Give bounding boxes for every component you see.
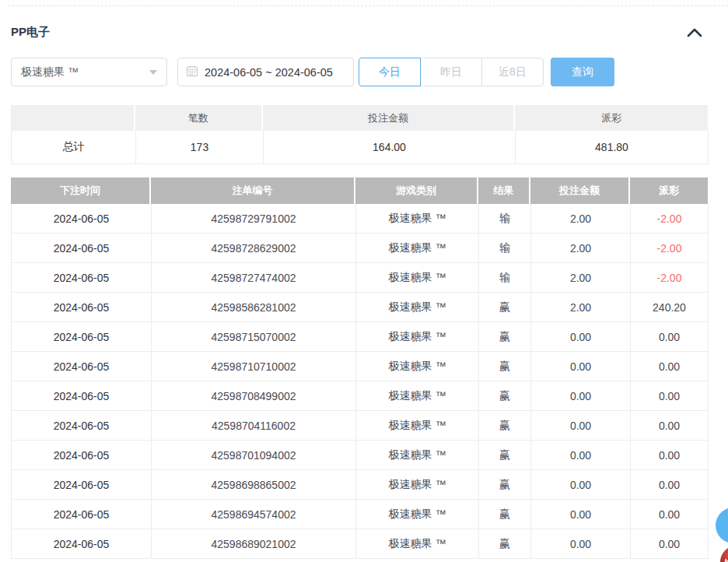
- summary-total-row: 总计 173 164.00 481.80: [11, 131, 708, 164]
- bets-header-cell: 游戏类别: [355, 177, 478, 204]
- bet-result-cell: 赢: [479, 293, 531, 322]
- table-row: 2024-06-05 42598715070002 极速糖果 ™ 赢 0.00 …: [11, 322, 708, 352]
- bet-payout-cell: 0.00: [631, 322, 709, 352]
- bet-amount-cell: 0.00: [531, 322, 631, 352]
- bet-payout-cell: 0.00: [631, 352, 709, 381]
- summary-table-header: 笔数投注金额派彩: [11, 105, 708, 131]
- summary-header-cell: 派彩: [515, 105, 708, 131]
- table-row: 2024-06-05 42598689021002 极速糖果 ™ 赢 0.00 …: [11, 529, 708, 559]
- bet-payout-cell: 0.00: [631, 441, 709, 470]
- bet-order-number-cell: 42598694574002: [152, 500, 356, 529]
- customer-service-fab[interactable]: [716, 508, 728, 543]
- bet-payout-cell: -2.00: [631, 263, 709, 293]
- summary-header-cell: [11, 105, 135, 131]
- bet-date-cell: 2024-06-05: [12, 293, 152, 322]
- bet-order-number-cell: 42598586281002: [152, 293, 356, 322]
- bet-result-cell: 赢: [479, 500, 531, 529]
- bet-payout-cell: 0.00: [631, 500, 709, 529]
- bet-game-type-cell: 极速糖果 ™: [356, 322, 479, 352]
- bet-date-cell: 2024-06-05: [12, 204, 152, 234]
- bets-header-cell: 结果: [478, 177, 530, 204]
- bets-header-cell: 下注时间: [11, 177, 151, 204]
- bet-result-cell: 赢: [479, 411, 531, 441]
- table-row: 2024-06-05 42598698865002 极速糖果 ™ 赢 0.00 …: [11, 470, 708, 500]
- table-row: 2024-06-05 42598701094002 极速糖果 ™ 赢 0.00 …: [11, 441, 708, 470]
- bets-header-cell: 注单编号: [151, 177, 355, 204]
- bet-order-number-cell: 42598715070002: [152, 322, 356, 352]
- date-range-input[interactable]: 2024-06-05 ~ 2024-06-05: [177, 58, 354, 86]
- bet-payout-cell: 0.00: [631, 470, 709, 500]
- bets-table-header: 下注时间注单编号游戏类别结果投注金额派彩: [11, 177, 708, 204]
- bet-amount-cell: 0.00: [531, 411, 631, 441]
- brand-ball-label: hb: [724, 557, 728, 562]
- bet-order-number-cell: 42598727474002: [152, 263, 356, 293]
- bet-game-type-cell: 极速糖果 ™: [356, 411, 479, 441]
- bets-header-cell: 投注金额: [530, 177, 630, 204]
- date-range-value: 2024-06-05 ~ 2024-06-05: [205, 66, 333, 79]
- bet-date-cell: 2024-06-05: [12, 441, 152, 470]
- bet-date-cell: 2024-06-05: [12, 322, 152, 352]
- pp-games-panel: PP电子 极速糖果 ™ 2024-06-05 ~ 202: [0, 0, 728, 562]
- bet-order-number-cell: 42598708499002: [152, 381, 356, 411]
- bet-date-cell: 2024-06-05: [12, 263, 152, 293]
- game-type-select[interactable]: 极速糖果 ™: [11, 58, 167, 86]
- bet-game-type-cell: 极速糖果 ™: [356, 293, 479, 322]
- date-quick-filter-group: 今日昨日近8日: [359, 58, 544, 86]
- bet-game-type-cell: 极速糖果 ™: [356, 500, 479, 529]
- search-button[interactable]: 查询: [551, 58, 614, 86]
- bet-order-number-cell: 42598728629002: [152, 234, 356, 263]
- summary-payout-value: 481.80: [516, 131, 709, 164]
- bet-game-type-cell: 极速糖果 ™: [356, 234, 479, 263]
- bet-payout-cell: 240.20: [631, 293, 709, 322]
- bet-payout-cell: 0.00: [631, 529, 709, 559]
- table-row: 2024-06-05 42598710710002 极速糖果 ™ 赢 0.00 …: [11, 352, 708, 381]
- bet-date-cell: 2024-06-05: [12, 411, 152, 441]
- bet-date-cell: 2024-06-05: [12, 500, 152, 529]
- bet-order-number-cell: 42598704116002: [152, 411, 356, 441]
- bet-game-type-cell: 极速糖果 ™: [356, 529, 479, 559]
- bet-amount-cell: 0.00: [531, 500, 631, 529]
- quick-filter-button[interactable]: 昨日: [420, 58, 482, 86]
- bet-date-cell: 2024-06-05: [12, 352, 152, 381]
- summary-count-value: 173: [136, 131, 264, 164]
- bets-table: 下注时间注单编号游戏类别结果投注金额派彩 2024-06-05 42598729…: [11, 177, 708, 559]
- bets-table-body: 2024-06-05 42598729791002 极速糖果 ™ 输 2.00 …: [11, 204, 708, 559]
- table-row: 2024-06-05 42598729791002 极速糖果 ™ 输 2.00 …: [11, 204, 708, 234]
- bet-order-number-cell: 42598698865002: [152, 470, 356, 500]
- bet-result-cell: 输: [479, 204, 531, 234]
- collapse-panel-button[interactable]: [686, 26, 703, 41]
- bet-amount-cell: 0.00: [531, 381, 631, 411]
- bet-order-number-cell: 42598701094002: [152, 441, 356, 470]
- bet-game-type-cell: 极速糖果 ™: [356, 381, 479, 411]
- table-row: 2024-06-05 42598727474002 极速糖果 ™ 输 2.00 …: [11, 263, 708, 293]
- quick-filter-button[interactable]: 今日: [359, 58, 421, 86]
- bet-result-cell: 赢: [479, 441, 531, 470]
- bet-order-number-cell: 42598710710002: [152, 352, 356, 381]
- bet-amount-cell: 0.00: [531, 352, 631, 381]
- bet-result-cell: 赢: [479, 529, 531, 559]
- summary-table: 笔数投注金额派彩 总计 173 164.00 481.80: [11, 105, 708, 164]
- bet-result-cell: 赢: [479, 381, 531, 411]
- game-type-selected-value: 极速糖果 ™: [21, 65, 149, 79]
- bet-game-type-cell: 极速糖果 ™: [356, 441, 479, 470]
- bet-order-number-cell: 42598729791002: [152, 204, 356, 234]
- summary-header-cell: 投注金额: [263, 105, 515, 131]
- brand-ball-fab[interactable]: hb: [720, 546, 728, 562]
- bet-game-type-cell: 极速糖果 ™: [356, 352, 479, 381]
- chevron-up-icon: [686, 30, 703, 44]
- quick-filter-button[interactable]: 近8日: [481, 58, 544, 86]
- bet-result-cell: 赢: [479, 470, 531, 500]
- bet-payout-cell: 0.00: [631, 381, 709, 411]
- bet-payout-cell: 0.00: [631, 411, 709, 441]
- calendar-icon: [186, 65, 198, 80]
- bet-game-type-cell: 极速糖果 ™: [356, 470, 479, 500]
- bet-amount-cell: 2.00: [531, 263, 631, 293]
- summary-header-cell: 笔数: [135, 105, 263, 131]
- bet-amount-cell: 2.00: [531, 204, 631, 234]
- bet-game-type-cell: 极速糖果 ™: [356, 263, 479, 293]
- bet-amount-cell: 0.00: [531, 470, 631, 500]
- bet-amount-cell: 0.00: [531, 441, 631, 470]
- bet-payout-cell: -2.00: [631, 204, 709, 234]
- table-row: 2024-06-05 42598704116002 极速糖果 ™ 赢 0.00 …: [11, 411, 708, 441]
- bet-game-type-cell: 极速糖果 ™: [356, 204, 479, 234]
